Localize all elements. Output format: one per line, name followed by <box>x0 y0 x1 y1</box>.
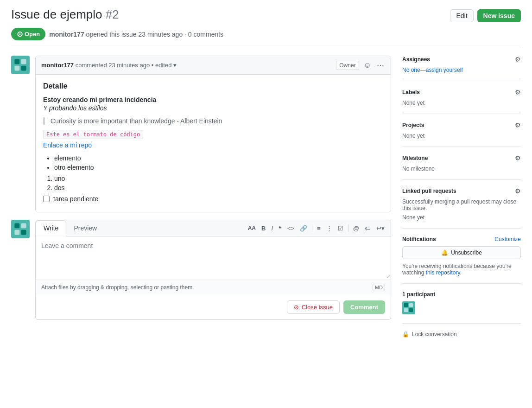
svg-rect-12 <box>409 303 413 307</box>
milestone-value: No milestone <box>402 166 521 172</box>
assignees-section: Assignees ⚙ No one—assign yourself <box>402 56 521 81</box>
svg-rect-7 <box>21 223 26 228</box>
svg-rect-3 <box>14 66 19 71</box>
close-issue-icon: ⊘ <box>294 304 299 311</box>
preview-tab[interactable]: Preview <box>66 220 104 236</box>
toolbar-code[interactable]: <> <box>285 223 297 233</box>
notifications-note: You're receiving notifications because y… <box>402 263 521 276</box>
projects-header: Projects ⚙ <box>402 121 521 129</box>
labels-value: None yet <box>402 100 521 106</box>
milestone-section: Milestone ⚙ No milestone <box>402 147 521 180</box>
editor-tabs: Write Preview AA B I ❝ <> 🔗 ≡ ⋮ ☑ <box>36 220 391 236</box>
task-label: tarea pendiente <box>53 195 98 203</box>
comment-thread: monitor177 commented 23 minutes ago • ed… <box>11 56 391 212</box>
notifications-customize-link[interactable]: Customize <box>494 236 521 242</box>
edited-chevron[interactable]: ▾ <box>173 62 177 69</box>
comment-body: Detalle Estoy creando mi primera inciden… <box>36 75 391 212</box>
toolbar-ol[interactable]: ⋮ <box>324 223 335 233</box>
comment-editor-thread: Write Preview AA B I ❝ <> 🔗 ≡ ⋮ ☑ <box>11 220 391 320</box>
avatar <box>11 56 30 74</box>
issue-number: #2 <box>106 7 119 21</box>
list-item: elemento <box>54 154 383 162</box>
toolbar-italic[interactable]: I <box>269 223 275 233</box>
projects-section: Projects ⚙ None yet <box>402 114 521 147</box>
labels-title: Labels <box>402 89 420 96</box>
lock-conversation[interactable]: 🔒 Lock conversation <box>402 324 521 345</box>
new-issue-button[interactable]: New issue <box>477 9 521 22</box>
toolbar-heading[interactable]: AA <box>246 223 258 233</box>
unsubscribe-button[interactable]: 🔔 Unsubscribe <box>402 246 521 259</box>
comment-heading: Detalle <box>43 82 383 90</box>
linked-pr-title: Linked pull requests <box>402 188 456 194</box>
comment-author: monitor177 <box>41 62 74 69</box>
toolbar-link[interactable]: 🔗 <box>298 223 310 233</box>
toolbar-undo[interactable]: ↩▾ <box>374 223 387 233</box>
lock-icon: 🔒 <box>402 331 409 338</box>
toolbar-quote[interactable]: ❝ <box>276 223 284 233</box>
issue-title: Issue de ejemplo #2 <box>11 7 119 22</box>
comment-button[interactable]: Comment <box>343 300 385 314</box>
milestone-gear[interactable]: ⚙ <box>515 154 521 162</box>
assign-yourself-link[interactable]: No one—assign yourself <box>402 67 463 73</box>
projects-title: Projects <box>402 122 424 128</box>
projects-gear[interactable]: ⚙ <box>515 121 521 129</box>
close-issue-button[interactable]: ⊘ Close issue <box>287 300 340 314</box>
toolbar-mention[interactable]: @ <box>351 223 361 233</box>
svg-rect-2 <box>21 59 26 64</box>
edit-button[interactable]: Edit <box>450 9 473 22</box>
svg-rect-9 <box>21 230 26 235</box>
comment-textarea[interactable] <box>36 236 391 278</box>
markdown-icon: MD <box>373 284 385 291</box>
toolbar-separator2 <box>348 224 348 232</box>
comment-link[interactable]: Enlace a mi repo <box>43 141 92 149</box>
open-icon: ⊙ <box>17 30 23 38</box>
labels-header: Labels ⚙ <box>402 89 521 96</box>
repo-link[interactable]: this repository <box>426 269 460 276</box>
comment-ordered-list: uno dos <box>43 175 383 191</box>
header-divider <box>11 48 521 48</box>
labels-section: Labels ⚙ None yet <box>402 81 521 114</box>
emoji-button[interactable]: ☺ <box>363 60 372 70</box>
sidebar: Assignees ⚙ No one—assign yourself Label… <box>402 56 521 345</box>
svg-rect-11 <box>404 303 408 307</box>
comment-italic-text: Y probando los estilos <box>43 104 383 112</box>
toolbar-separator <box>312 224 312 232</box>
editor-actions: ⊘ Close issue Comment <box>36 295 391 319</box>
list-item: uno <box>54 175 383 182</box>
linked-pr-header: Linked pull requests ⚙ <box>402 187 521 195</box>
linked-pr-gear[interactable]: ⚙ <box>515 187 521 195</box>
svg-rect-5 <box>12 221 29 237</box>
owner-badge: Owner <box>336 61 359 70</box>
toolbar-ul[interactable]: ≡ <box>315 223 323 233</box>
svg-rect-0 <box>12 57 29 73</box>
assignees-header: Assignees ⚙ <box>402 56 521 63</box>
header-buttons: Edit New issue <box>450 9 521 22</box>
main-content: monitor177 commented 23 minutes ago • ed… <box>11 56 391 345</box>
assignees-title: Assignees <box>402 56 430 63</box>
list-item: dos <box>54 184 383 191</box>
toolbar-bold[interactable]: B <box>259 223 268 233</box>
more-options-button[interactable]: ⋯ <box>376 60 385 70</box>
labels-gear[interactable]: ⚙ <box>515 89 521 96</box>
svg-rect-10 <box>402 301 415 314</box>
comment-content: Detalle Estoy creando mi primera inciden… <box>43 82 383 203</box>
toolbar-task[interactable]: ☑ <box>336 223 346 233</box>
svg-rect-1 <box>14 59 19 64</box>
comment-link-para: Enlace a mi repo <box>43 141 383 149</box>
write-tab[interactable]: Write <box>36 220 66 236</box>
main-layout: monitor177 commented 23 minutes ago • ed… <box>11 56 521 345</box>
status-text: Open <box>25 31 40 38</box>
editor-box: Write Preview AA B I ❝ <> 🔗 ≡ ⋮ ☑ <box>35 220 391 320</box>
edited-link[interactable]: edited <box>155 62 171 69</box>
notifications-section: Notifications Customize 🔔 Unsubscribe Yo… <box>402 229 521 284</box>
comment-header: monitor177 commented 23 minutes ago • ed… <box>36 56 391 75</box>
svg-rect-4 <box>21 66 26 71</box>
assignees-gear[interactable]: ⚙ <box>515 56 521 63</box>
linked-pr-section: Linked pull requests ⚙ Successfully merg… <box>402 180 521 229</box>
bell-icon: 🔔 <box>441 249 448 256</box>
task-checkbox[interactable] <box>43 196 50 202</box>
milestone-header: Milestone ⚙ <box>402 154 521 162</box>
toolbar-reference[interactable]: 🏷 <box>362 223 373 233</box>
participants-section: 1 participant <box>402 284 521 324</box>
assignees-value: No one—assign yourself <box>402 67 521 73</box>
